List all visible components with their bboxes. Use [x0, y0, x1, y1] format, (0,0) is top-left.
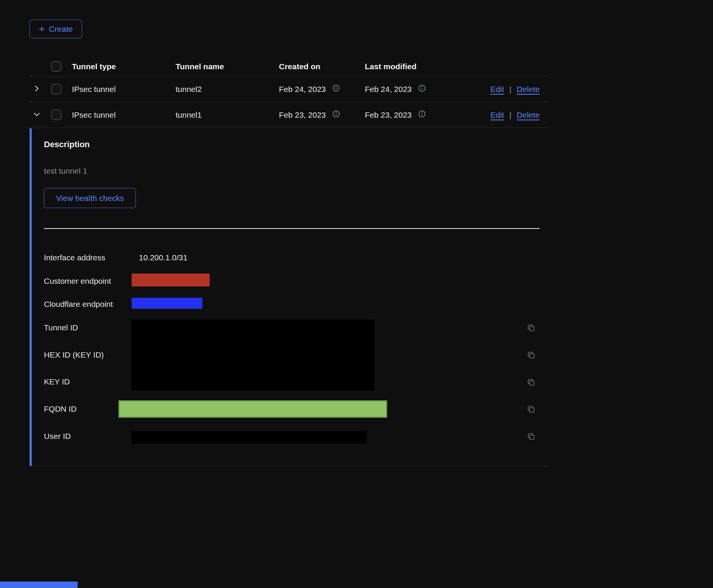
copy-icon	[527, 355, 536, 361]
hex-id-label: HEX ID (KEY ID)	[44, 350, 104, 359]
key-id-label: KEY ID	[44, 377, 70, 386]
table-header-row: Tunnel type Tunnel name Created on Last …	[30, 57, 549, 76]
chevron-right-icon	[33, 84, 41, 94]
copy-tunnel-id-button[interactable]	[527, 324, 536, 333]
info-icon[interactable]	[418, 84, 426, 94]
tunnel-hex-key-id-redaction	[131, 320, 375, 390]
customer-endpoint-redaction	[132, 274, 210, 286]
info-icon[interactable]	[332, 110, 340, 120]
created-on-cell: Feb 24, 2023	[279, 85, 326, 94]
last-modified-cell: Feb 24, 2023	[365, 85, 412, 94]
copy-icon	[527, 436, 536, 442]
interface-address-value: 10.200.1.0/31	[139, 253, 187, 262]
header-tunnel-type: Tunnel type	[72, 62, 176, 71]
select-all-checkbox[interactable]	[51, 61, 61, 72]
collapse-row-button[interactable]	[33, 110, 41, 120]
actions-separator: |	[509, 110, 511, 120]
create-button-label: Create	[49, 25, 73, 34]
tunnel-detail-panel: Description test tunnel 1 View health ch…	[30, 128, 549, 466]
view-health-checks-button[interactable]: View health checks	[44, 188, 136, 208]
header-created-on: Created on	[279, 62, 365, 71]
description-label: Description	[44, 140, 90, 149]
copy-fqdn-id-button[interactable]	[527, 405, 536, 415]
edit-link[interactable]: Edit	[490, 85, 504, 94]
create-button[interactable]: + Create	[30, 20, 82, 38]
delete-link[interactable]: Delete	[517, 85, 540, 94]
info-icon[interactable]	[332, 84, 340, 94]
row-checkbox[interactable]	[51, 110, 61, 120]
copy-key-id-button[interactable]	[527, 378, 536, 388]
fqdn-id-redaction	[118, 400, 387, 418]
edit-link[interactable]: Edit	[490, 110, 504, 120]
fqdn-id-label: FQDN ID	[44, 404, 76, 414]
copy-user-id-button[interactable]	[527, 432, 536, 442]
info-icon[interactable]	[418, 110, 426, 120]
description-text: test tunnel 1	[44, 166, 87, 176]
actions-separator: |	[509, 85, 511, 94]
copy-icon	[527, 382, 536, 388]
row-checkbox[interactable]	[51, 84, 61, 94]
copy-icon	[527, 409, 536, 415]
tunnels-table: Tunnel type Tunnel name Created on Last …	[30, 57, 549, 128]
cloudflare-endpoint-label: Cloudflare endpoint	[44, 300, 113, 309]
tunnels-page: + Create Tunnel type Tunnel name Created…	[0, 0, 713, 588]
cloudflare-endpoint-redaction	[132, 298, 202, 309]
user-id-redaction	[131, 431, 367, 443]
expand-row-button[interactable]	[33, 84, 41, 94]
interface-address-label: Interface address	[44, 253, 105, 262]
copy-hex-id-button[interactable]	[527, 351, 536, 361]
header-tunnel-name: Tunnel name	[176, 62, 279, 71]
header-last-modified: Last modified	[365, 62, 485, 71]
created-on-cell: Feb 23, 2023	[279, 110, 326, 120]
last-modified-cell: Feb 23, 2023	[365, 110, 412, 120]
tunnel-name-cell: tunnel1	[176, 110, 279, 120]
delete-link[interactable]: Delete	[517, 110, 540, 120]
plus-icon: +	[39, 24, 45, 34]
bottom-partial-button[interactable]	[0, 582, 78, 588]
table-row: IPsec tunnel tunnel2 Feb 24, 2023 Feb 24…	[30, 76, 549, 102]
tunnel-name-cell: tunnel2	[176, 85, 279, 94]
table-row: IPsec tunnel tunnel1 Feb 23, 2023 Feb 23…	[30, 102, 549, 128]
tunnel-type-cell: IPsec tunnel	[72, 85, 176, 94]
user-id-label: User ID	[44, 432, 71, 441]
copy-icon	[527, 328, 536, 333]
tunnel-id-label: Tunnel ID	[44, 323, 78, 332]
customer-endpoint-label: Customer endpoint	[44, 277, 111, 286]
tunnel-type-cell: IPsec tunnel	[72, 110, 176, 120]
section-divider	[44, 228, 540, 229]
chevron-down-icon	[33, 110, 41, 120]
